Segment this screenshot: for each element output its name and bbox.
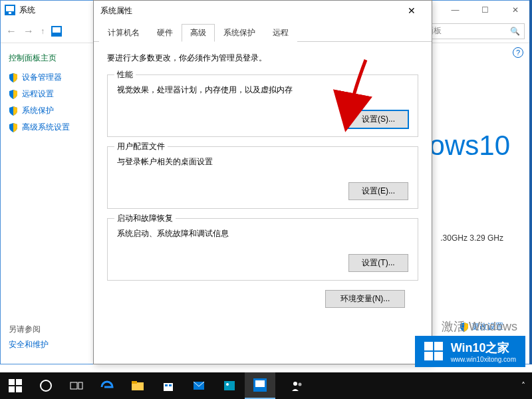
forward-button[interactable]: →	[23, 25, 34, 37]
svg-rect-12	[16, 386, 22, 392]
system-icon	[5, 5, 15, 15]
mail-button[interactable]	[184, 372, 214, 399]
svg-rect-14	[70, 382, 77, 389]
group-desc: 视觉效果，处理器计划，内存使用，以及虚拟内存	[117, 84, 408, 96]
tray-chevron-icon[interactable]: ˄	[521, 381, 525, 390]
dialog-titlebar: 系统属性 ✕	[94, 1, 432, 21]
sidebar-item-remote[interactable]: 远程设置	[9, 88, 99, 100]
tab-computer-name[interactable]: 计算机名	[99, 24, 148, 42]
svg-rect-7	[424, 352, 433, 360]
svg-point-26	[293, 382, 297, 386]
admin-note: 要进行大多数更改，你必须作为管理员登录。	[107, 53, 418, 64]
taskbar: ˄	[0, 372, 532, 399]
svg-rect-18	[164, 383, 173, 391]
taskview-button[interactable]	[61, 372, 92, 399]
performance-settings-button[interactable]: 设置(S)...	[348, 110, 408, 128]
sidebar-item-label: 系统保护	[22, 105, 54, 116]
sidebar-header[interactable]: 控制面板主页	[9, 53, 99, 64]
windows-logo-icon	[424, 342, 444, 362]
dialog-title: 系统属性	[100, 5, 132, 17]
edge-button[interactable]	[92, 372, 122, 399]
svg-rect-5	[424, 342, 433, 350]
group-performance: 性能 视觉效果，处理器计划，内存使用，以及虚拟内存 设置(S)...	[107, 74, 418, 137]
svg-rect-4	[53, 27, 61, 33]
group-legend: 用户配置文件	[114, 141, 168, 152]
site-brand-overlay: Win10之家 www.win10xitong.com	[415, 336, 525, 367]
search-icon: 🔍	[510, 27, 520, 36]
sidebar-item-protection[interactable]: 系统保护	[9, 105, 99, 116]
cp-sidebar: 控制面板主页 设备管理器 远程设置 系统保护 高级系统设置 另请参阅 安全和维护	[1, 43, 107, 364]
svg-rect-25	[255, 380, 265, 387]
svg-rect-19	[165, 384, 168, 386]
brand-name: Win10之家	[451, 340, 516, 356]
svg-point-13	[41, 380, 51, 391]
up-button[interactable]: ↑	[41, 27, 45, 36]
close-button[interactable]: ✕	[500, 1, 530, 19]
back-button[interactable]: ←	[6, 25, 17, 37]
sidebar-item-advanced[interactable]: 高级系统设置	[9, 122, 99, 133]
svg-rect-20	[169, 384, 172, 386]
svg-rect-2	[9, 12, 11, 14]
group-desc: 系统启动、系统故障和调试信息	[117, 228, 408, 239]
cortana-button[interactable]	[31, 372, 61, 399]
see-also-link[interactable]: 安全和维护	[9, 340, 49, 349]
tab-hardware[interactable]: 硬件	[148, 24, 182, 42]
svg-point-23	[226, 383, 229, 386]
svg-rect-15	[78, 382, 82, 389]
userprofile-settings-button[interactable]: 设置(E)...	[348, 182, 408, 200]
svg-rect-9	[9, 379, 15, 385]
svg-rect-10	[16, 379, 22, 385]
svg-rect-22	[224, 381, 235, 390]
see-also-header: 另请参阅	[9, 324, 49, 335]
svg-point-27	[299, 383, 302, 386]
shield-icon	[9, 73, 18, 82]
shield-icon	[9, 106, 18, 116]
shield-icon	[9, 123, 18, 132]
tab-system-protection[interactable]: 系统保护	[215, 24, 264, 42]
dialog-body: 要进行大多数更改，你必须作为管理员登录。 性能 视觉效果，处理器计划，内存使用，…	[94, 42, 432, 319]
group-legend: 启动和故障恢复	[114, 213, 176, 224]
tab-advanced[interactable]: 高级	[182, 24, 215, 42]
svg-rect-17	[132, 381, 137, 384]
minimize-button[interactable]: —	[440, 1, 470, 19]
environment-variables-button[interactable]: 环境变量(N)...	[325, 290, 405, 308]
sidebar-item-label: 远程设置	[22, 88, 54, 100]
system-properties-dialog: 系统属性 ✕ 计算机名 硬件 高级 系统保护 远程 要进行大多数更改，你必须作为…	[93, 0, 432, 364]
desktop-edge	[529, 0, 532, 364]
start-button[interactable]	[0, 372, 31, 399]
group-legend: 性能	[114, 69, 136, 80]
svg-rect-8	[434, 352, 443, 360]
help-icon[interactable]: ?	[513, 47, 523, 58]
settings-button[interactable]	[245, 372, 275, 399]
sidebar-item-label: 设备管理器	[22, 72, 62, 83]
sidebar-item-device-manager[interactable]: 设备管理器	[9, 72, 99, 83]
see-also-section: 另请参阅 安全和维护	[9, 324, 49, 350]
startup-settings-button[interactable]: 设置(T)...	[348, 254, 408, 272]
photos-button[interactable]	[214, 372, 245, 399]
store-button[interactable]	[153, 372, 184, 399]
group-desc: 与登录帐户相关的桌面设置	[117, 156, 408, 168]
maximize-button[interactable]: ☐	[470, 1, 500, 19]
cpu-info: .30GHz 3.29 GHz	[440, 233, 503, 243]
svg-rect-11	[9, 386, 15, 392]
cp-title: 系统	[19, 5, 35, 16]
tab-remote[interactable]: 远程	[264, 24, 297, 42]
system-icon-small	[51, 26, 62, 37]
explorer-button[interactable]	[122, 372, 153, 399]
svg-rect-1	[6, 6, 14, 11]
system-tray[interactable]: ˄	[521, 381, 532, 390]
group-startup-recovery: 启动和故障恢复 系统启动、系统故障和调试信息 设置(T)...	[107, 218, 418, 281]
group-user-profiles: 用户配置文件 与登录帐户相关的桌面设置 设置(E)...	[107, 146, 418, 209]
cp-window-buttons: — ☐ ✕	[440, 1, 530, 19]
people-button[interactable]	[282, 372, 313, 399]
sidebar-item-label: 高级系统设置	[22, 122, 70, 133]
dialog-close-button[interactable]: ✕	[398, 1, 425, 21]
brand-url: www.win10xitong.com	[451, 356, 516, 363]
shield-icon	[9, 90, 18, 99]
svg-rect-6	[434, 342, 443, 350]
brand-text: Win10之家 www.win10xitong.com	[451, 340, 516, 363]
dialog-tabs: 计算机名 硬件 高级 系统保护 远程	[94, 23, 432, 42]
